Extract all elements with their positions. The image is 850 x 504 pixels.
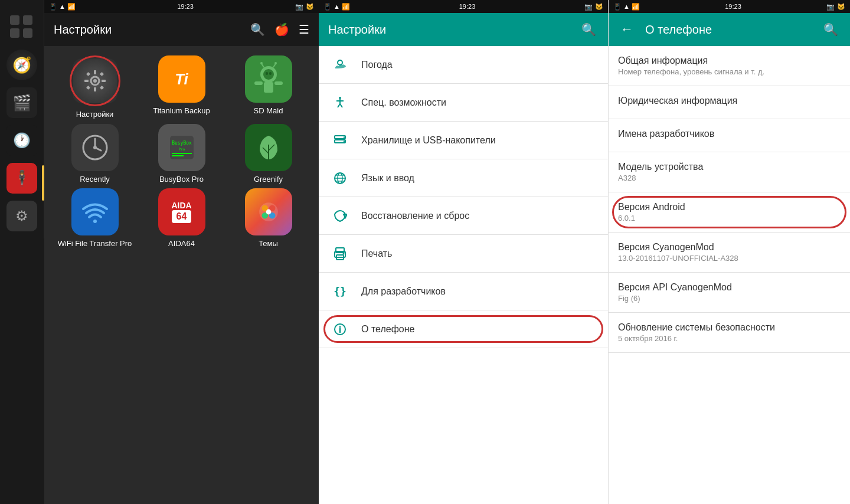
titanium-icon: Ti <box>158 55 205 103</box>
status-right-icons: 📷🐱 <box>295 3 314 11</box>
settings-panel: 📱 ▲ 📶 19:23 📷🐱 Настройки 🔍 Погода <box>319 0 608 504</box>
sidebar-grid-icon[interactable] <box>4 9 40 45</box>
sidebar-clock-icon[interactable]: 🕐 <box>4 123 40 158</box>
accessibility-icon <box>328 96 352 110</box>
settings-item-restore[interactable]: Восстановление и сброс <box>319 197 608 235</box>
about-list: Общая информация Номер телефона, уровень… <box>609 46 850 504</box>
app-label-recently: Recently <box>80 175 110 184</box>
settings-item-print-label: Печать <box>361 248 392 259</box>
scroll-indicator <box>42 165 44 201</box>
app-label-nastroyki: Настройки <box>76 110 114 119</box>
about-item-cyanogenmod[interactable]: Версия CyanogenMod 13.0-20161107-UNOFFIC… <box>609 233 850 273</box>
about-icon <box>328 322 352 336</box>
app-item-themes[interactable]: Темы <box>227 188 309 248</box>
svg-rect-21 <box>266 72 268 75</box>
about-item-devnames[interactable]: Имена разработчиков <box>609 119 850 152</box>
app-label-aida64: AIDA64 <box>168 239 195 248</box>
settings-item-restore-label: Восстановление и сброс <box>361 211 469 221</box>
status-time-about: 19:23 <box>725 3 741 10</box>
settings-item-storage-label: Хранилище и USB-накопители <box>361 135 496 146</box>
svg-point-19 <box>274 62 277 64</box>
status-right-icons-s: 📷🐱 <box>584 3 603 11</box>
app-item-recently[interactable]: Recently <box>54 124 136 184</box>
developer-icon: {} <box>328 285 352 297</box>
app-item-aida64[interactable]: AIDA 64 AIDA64 <box>140 188 223 248</box>
app-item-nastroyki[interactable]: Настройки <box>54 55 136 119</box>
greenify-icon <box>245 124 292 171</box>
app-item-greenify[interactable]: Greenify <box>227 124 309 184</box>
aida64-icon: AIDA 64 <box>158 188 205 235</box>
svg-rect-22 <box>269 72 272 75</box>
about-panel-title: О телефоне <box>645 23 812 37</box>
search-icon-about[interactable]: 🔍 <box>821 20 841 39</box>
app-item-wifi[interactable]: WiFi File Transfer Pro <box>54 188 136 248</box>
app-item-titanium[interactable]: Ti Titanium Backup <box>140 55 223 119</box>
about-item-general-title: Общая информация <box>618 55 841 66</box>
app-label-greenify: Greenify <box>254 175 283 184</box>
about-item-legal-title: Юридическая информация <box>618 96 841 106</box>
settings-item-developer[interactable]: {} Для разработчиков <box>319 273 608 310</box>
svg-point-44 <box>338 60 342 65</box>
about-header: ← О телефоне 🔍 <box>609 13 850 46</box>
app-label-titanium: Titanium Backup <box>153 106 210 116</box>
about-item-androidversion[interactable]: Версия Android 6.0.1 <box>609 192 850 233</box>
svg-rect-23 <box>254 81 263 85</box>
sidebar-settings-icon[interactable]: ⚙ <box>4 198 40 234</box>
app-label-wifi: WiFi File Transfer Pro <box>58 239 132 248</box>
settings-item-accessibility[interactable]: Спец. возможности <box>319 84 608 122</box>
settings-item-print[interactable]: Печать <box>319 235 608 273</box>
settings-item-about[interactable]: О телефоне <box>319 310 608 348</box>
themes-icon <box>245 188 292 235</box>
app-item-busybox[interactable]: BusyBox Pro BusyBox Pro <box>140 124 223 184</box>
about-item-model[interactable]: Модель устройства A328 <box>609 152 850 192</box>
settings-list: Погода Спец. возможности <box>319 46 608 504</box>
settings-item-weather[interactable]: Погода <box>319 46 608 84</box>
settings-item-weather-label: Погода <box>361 60 393 70</box>
settings-item-storage[interactable]: Хранилище и USB-накопители <box>319 122 608 159</box>
svg-rect-33 <box>172 155 184 156</box>
status-time-middle: 19:23 <box>177 3 194 10</box>
app-label-busybox: BusyBox Pro <box>159 175 204 184</box>
about-item-security-subtitle: 5 октября 2016 г. <box>618 334 841 343</box>
about-item-legal[interactable]: Юридическая информация <box>609 86 850 119</box>
about-item-devnames-title: Имена разработчиков <box>618 129 841 139</box>
status-bar-settings: 📱 ▲ 📶 19:23 📷🐱 <box>319 0 608 13</box>
status-bar-middle: 📱 ▲ 📶 19:23 📷🐱 <box>44 0 319 13</box>
sidebar-suit-icon[interactable]: 🕴 <box>4 161 40 196</box>
apple-icon[interactable]: 🍎 <box>274 22 289 37</box>
about-item-cyanogenmod-subtitle: 13.0-20161107-UNOFFICIAL-A328 <box>618 254 841 263</box>
status-left-icons-a: 📱 ▲ 📶 <box>613 3 640 11</box>
status-left-icons-s: 📱 ▲ 📶 <box>323 3 350 11</box>
sidebar-movie-icon[interactable]: 🎬 <box>4 85 40 120</box>
sidebar-compass-icon[interactable]: 🧭 <box>4 47 40 83</box>
svg-point-62 <box>343 253 345 254</box>
svg-point-43 <box>266 210 271 215</box>
recently-icon <box>71 124 119 171</box>
language-icon <box>328 171 352 185</box>
about-item-cyanogenapi[interactable]: Версия API CyanogenMod Fig (6) <box>609 273 850 313</box>
settings-item-accessibility-label: Спец. возможности <box>361 97 446 108</box>
svg-rect-0 <box>10 15 19 25</box>
middle-panel-title: Настройки <box>54 23 112 37</box>
storage-icon <box>328 133 352 148</box>
menu-icon-middle[interactable]: ☰ <box>299 22 309 37</box>
svg-rect-3 <box>23 28 32 38</box>
app-item-sdmaid[interactable]: SD Maid <box>227 55 309 119</box>
about-item-model-title: Модель устройства <box>618 162 841 172</box>
app-label-sdmaid: SD Maid <box>254 106 283 116</box>
about-item-security[interactable]: Обновление системы безопасности 5 октябр… <box>609 313 850 353</box>
svg-rect-2 <box>10 28 19 38</box>
svg-point-53 <box>344 140 345 142</box>
search-icon-settings[interactable]: 🔍 <box>579 20 599 39</box>
svg-point-15 <box>263 69 274 80</box>
app-grid: Настройки Ti Titanium Backup <box>44 46 319 258</box>
settings-panel-title: Настройки <box>328 23 570 37</box>
busybox-icon: BusyBox Pro <box>158 124 205 171</box>
back-button[interactable]: ← <box>618 19 636 40</box>
middle-header: Настройки 🔍 🍎 ☰ <box>44 13 319 46</box>
svg-point-17 <box>260 62 263 64</box>
svg-rect-32 <box>172 153 192 154</box>
about-item-general[interactable]: Общая информация Номер телефона, уровень… <box>609 46 850 86</box>
search-icon-middle[interactable]: 🔍 <box>250 22 265 37</box>
settings-item-language[interactable]: Язык и ввод <box>319 159 608 197</box>
